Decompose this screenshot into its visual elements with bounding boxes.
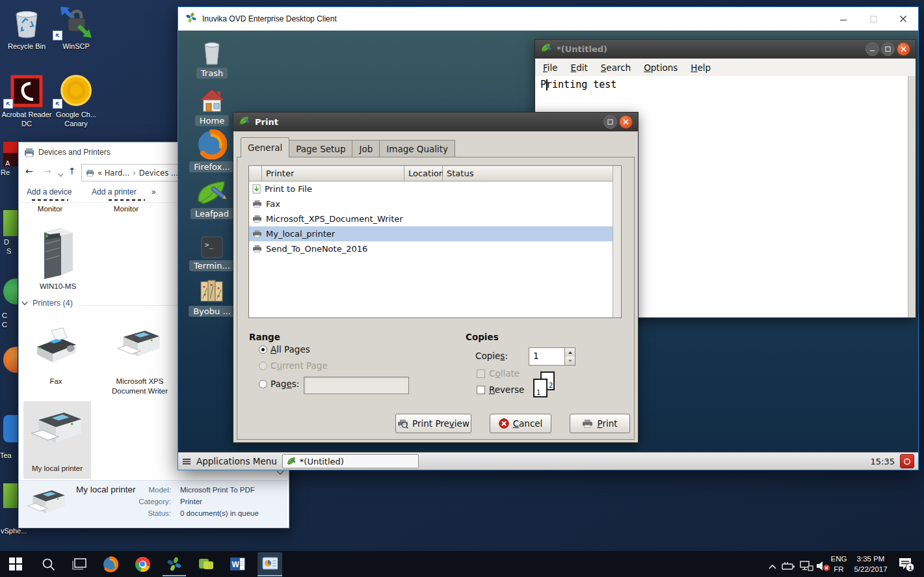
device-item-monitor[interactable]: Monitor	[96, 204, 156, 214]
taskbar-ovd-icon[interactable]	[166, 556, 182, 572]
desktop-icon-chrome-canary[interactable]: Google Ch... Canary	[49, 74, 103, 128]
spin-up-icon[interactable]	[565, 348, 575, 356]
ovd-icon-trash[interactable]: Trash	[187, 37, 237, 79]
add-device-button[interactable]: Add a device	[27, 187, 72, 196]
printer-row-fax[interactable]: Fax	[249, 196, 621, 211]
printer-row-onenote[interactable]: Send_To_OneNote_2016	[249, 241, 621, 256]
network-icon[interactable]	[799, 558, 814, 574]
minimize-button[interactable]	[865, 42, 879, 56]
maximize-button[interactable]	[603, 115, 617, 129]
xps-printer-icon[interactable]	[116, 326, 162, 367]
taskbar-word-icon[interactable]: W	[230, 556, 246, 572]
taskbar-firefox-icon[interactable]	[103, 556, 118, 572]
column-header-printer[interactable]: Printer	[262, 166, 404, 181]
printer-list-scrollbar[interactable]	[613, 166, 621, 317]
close-button[interactable]	[619, 115, 633, 129]
desktop-icon-winscp[interactable]: WinSCP	[49, 5, 103, 51]
taskbar-devices-icon[interactable]	[262, 556, 278, 572]
device-item-computer[interactable]: WIN10-MS	[25, 282, 90, 291]
ovd-icon-terminal[interactable]: >_ Termin...	[187, 230, 237, 271]
toolbar-overflow-button[interactable]: »	[152, 187, 156, 196]
computer-tower-icon[interactable]	[38, 224, 78, 282]
ovd-icon-firefox[interactable]: Firefox...	[187, 131, 237, 172]
print-dialog-titlebar[interactable]: Print	[233, 113, 638, 132]
fax-device-icon[interactable]	[34, 325, 79, 368]
desktop-icon-label: Recycle Bin	[8, 42, 46, 50]
cancel-button[interactable]: Cancel	[490, 414, 551, 433]
ovd-icon-leafpad[interactable]: Leafpad	[187, 178, 237, 219]
language-indicator[interactable]: ENG FR	[827, 554, 851, 574]
menu-search[interactable]: Search	[594, 62, 637, 73]
printer-row-xps[interactable]: Microsoft_XPS_Document_Writer	[249, 211, 621, 226]
pages-input[interactable]	[304, 377, 409, 394]
all-pages-label[interactable]: All Pages	[271, 344, 310, 355]
logout-power-button[interactable]	[900, 454, 914, 468]
pages-radio[interactable]	[259, 380, 267, 388]
ovd-icon-home[interactable]: Home	[187, 85, 237, 126]
print-button[interactable]: Print	[570, 414, 630, 433]
close-button[interactable]	[888, 7, 918, 31]
printer-item-fax[interactable]: Fax	[23, 377, 88, 386]
details-category-label: Category:	[97, 498, 171, 505]
minimize-button[interactable]	[828, 7, 858, 31]
up-icon[interactable]: ↑	[68, 166, 76, 176]
maximize-button[interactable]	[858, 7, 888, 31]
tab-page-setup[interactable]: Page Setup	[289, 140, 352, 157]
task-view-icon[interactable]	[72, 556, 87, 572]
leafpad-scrollbar[interactable]	[908, 76, 916, 317]
action-center-icon[interactable]: 1	[898, 557, 914, 572]
spin-down-icon[interactable]	[565, 356, 575, 365]
all-pages-radio[interactable]	[259, 345, 267, 354]
printer-item-xps[interactable]: Microsoft XPS Document Writer	[107, 377, 172, 396]
applications-menu-button[interactable]: Applications Menu	[196, 456, 277, 466]
column-header-location[interactable]: Location	[404, 166, 443, 181]
device-item-monitor[interactable]: Monitor	[20, 204, 80, 214]
taskbar-vsphere-icon[interactable]	[198, 556, 214, 572]
power-battery-icon[interactable]	[780, 558, 796, 574]
desktop-icon-label: WinSCP	[62, 42, 90, 50]
recent-dropdown-icon[interactable]	[58, 170, 64, 179]
pages-label[interactable]: Pages:	[271, 379, 299, 389]
column-header-icon[interactable]	[249, 166, 262, 181]
menu-file[interactable]: File	[536, 62, 564, 73]
print-preview-button[interactable]: Print Preview	[395, 414, 471, 433]
tray-expand-icon[interactable]	[765, 559, 780, 574]
clock[interactable]: 3:35 PM 5/22/2017	[848, 554, 893, 574]
printer-details-pane: My local printer Model: Microsoft Print …	[19, 480, 287, 527]
breadcrumb-segment[interactable]: Devices ...	[139, 168, 178, 178]
maximize-button[interactable]	[881, 42, 895, 56]
tab-job[interactable]: Job	[352, 140, 380, 157]
tab-general[interactable]: General	[241, 137, 289, 157]
reverse-label[interactable]: Reverse	[489, 384, 524, 395]
search-icon[interactable]	[40, 556, 56, 572]
menu-help[interactable]: Help	[684, 62, 717, 73]
printer-row-my-local-printer-selected[interactable]: My_local_printer	[249, 226, 621, 241]
menu-options[interactable]: Options	[637, 62, 684, 73]
printer-row-print-to-file[interactable]: Print to File	[249, 181, 621, 196]
forward-icon[interactable]: →	[44, 166, 51, 176]
copies-value[interactable]: 1	[529, 348, 564, 365]
printer-item-local-selected[interactable]: My local printer	[23, 401, 91, 479]
leafpad-titlebar[interactable]: *(Untitled)	[535, 40, 916, 59]
desktop-icon-recycle-bin[interactable]: Recycle Bin	[0, 5, 54, 51]
copies-spinner[interactable]: 1	[529, 347, 575, 366]
desktop-icon-label: Acrobat Reader DC	[1, 111, 51, 127]
back-icon[interactable]: ←	[25, 166, 33, 176]
printer-icon	[252, 200, 262, 208]
ovd-titlebar[interactable]: Inuvika OVD Enterprise Desktop Client	[178, 7, 918, 31]
close-button[interactable]	[897, 42, 910, 56]
reverse-checkbox[interactable]	[477, 386, 485, 394]
ovd-icon-byobu[interactable]: Byobu ...	[187, 275, 237, 317]
ovd-clock[interactable]: 15:35	[871, 457, 895, 466]
column-header-status[interactable]: Status	[443, 166, 621, 181]
breadcrumb-segment[interactable]: « Hard...	[98, 168, 129, 178]
printers-group-header[interactable]: Printers (4)	[21, 299, 73, 308]
taskbar-chrome-icon[interactable]	[135, 556, 150, 572]
applications-menu-icon[interactable]	[182, 455, 191, 468]
tab-image-quality[interactable]: Image Quality	[380, 140, 455, 157]
taskbar-task-untitled[interactable]: *(Untitled)	[282, 454, 419, 468]
add-printer-button[interactable]: Add a printer	[92, 187, 137, 196]
menu-edit[interactable]: Edit	[564, 62, 594, 73]
desktop-icon-acrobat[interactable]: Acrobat Reader DC	[0, 74, 54, 128]
start-button[interactable]	[8, 556, 23, 572]
